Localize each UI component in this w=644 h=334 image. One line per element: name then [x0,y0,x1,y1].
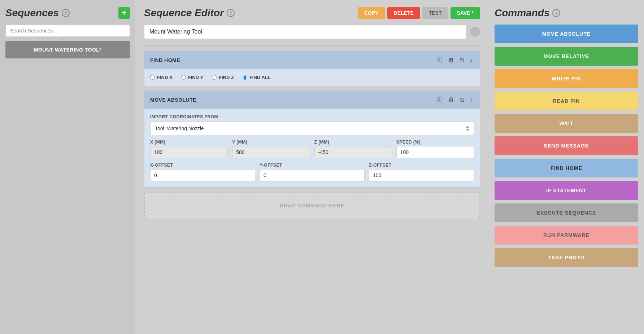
y-offset-label: Y-OFFSET [260,163,365,168]
commands-panel: Commands ? MOVE ABSOLUTE MOVE RELATIVE W… [489,0,644,334]
radio-find-y[interactable]: FIND Y [181,75,203,80]
save-button[interactable]: SAVE * [451,7,480,19]
move-absolute-card-title: MOVE ABSOLUTE [150,97,196,103]
z-input[interactable] [314,146,392,158]
test-button[interactable]: TEST [422,7,448,19]
delete-button[interactable]: DELETE [387,7,420,19]
move-absolute-card-body: IMPORT COORDINATES FROM Tool: Watering N… [144,109,480,187]
x-input[interactable] [150,146,228,158]
trash-icon: 🗑 [448,57,454,63]
cmd-wait-button[interactable]: WAIT [495,114,638,133]
find-home-card-title: FIND HOME [150,57,180,63]
cmd-write-pin-button[interactable]: WRITE PIN [495,69,638,88]
coords-grid: X (MM) Y (MM) Z (MM) SPEED (%) [150,140,474,158]
help-icon: ⓘ [437,96,443,104]
z-offset-input[interactable] [369,169,474,181]
cmd-run-farmware-button[interactable]: RUN FARMWARE [495,226,638,245]
x-coord-group: X (MM) [150,140,228,158]
offset-grid: X-OFFSET Y-OFFSET Z-OFFSET [150,163,474,181]
cmd-execute-sequence-button[interactable]: EXECUTE SEQUENCE [495,203,638,222]
x-offset-label: X-OFFSET [150,163,255,168]
y-offset-input[interactable] [260,169,365,181]
move-absolute-card-actions: ⓘ 🗑 ⧉ ↕ [435,95,474,104]
x-label: X (MM) [150,140,228,145]
move-absolute-copy-button[interactable]: ⧉ [458,96,465,104]
editor-help-icon[interactable]: ? [227,9,235,17]
find-home-card: FIND HOME ⓘ 🗑 ⧉ ↕ FIND X [144,51,480,86]
z-coord-group: Z (MM) [314,140,392,158]
move-absolute-delete-button[interactable]: 🗑 [447,96,456,104]
move-icon: ↕ [470,97,473,103]
commands-title: Commands [495,7,549,19]
radio-find-all[interactable]: FIND ALL [243,75,271,80]
sequence-name-input[interactable] [144,25,466,39]
move-absolute-move-button[interactable]: ↕ [468,96,474,104]
editor-title: Sequence Editor ? [144,7,235,19]
editor-header: Sequence Editor ? COPY DELETE TEST SAVE … [144,7,480,19]
move-absolute-card-header: MOVE ABSOLUTE ⓘ 🗑 ⧉ ↕ [144,91,480,109]
sidebar-title: Sequences [5,7,59,19]
speed-input[interactable] [396,146,474,158]
drag-zone[interactable]: DRAG COMMAND HERE [144,192,480,219]
move-absolute-help-button[interactable]: ⓘ [435,95,444,104]
cmd-take-photo-button[interactable]: TAKE PHOTO [495,248,638,267]
find-home-radio-group: FIND X FIND Y FIND Z FIND ALL [150,75,474,80]
z-label: Z (MM) [314,140,392,145]
sequence-name-row [144,25,480,39]
x-offset-input[interactable] [150,169,255,181]
commands-header: Commands ? [495,7,638,19]
find-home-delete-button[interactable]: 🗑 [447,56,456,64]
z-offset-label: Z-OFFSET [369,163,474,168]
move-absolute-card: MOVE ABSOLUTE ⓘ 🗑 ⧉ ↕ IMPORT COORDINATES… [144,91,480,188]
cmd-read-pin-button[interactable]: READ PIN [495,92,638,110]
find-home-move-button[interactable]: ↕ [468,56,474,64]
color-picker[interactable] [470,27,480,37]
speed-coord-group: SPEED (%) [396,140,474,158]
cmd-send-message-button[interactable]: SEND MESSAGE [495,136,638,155]
import-label: IMPORT COORDINATES FROM [150,114,474,119]
sidebar: Sequences ? + MOUNT WATERING TOOL* [0,0,135,334]
editor-actions: COPY DELETE TEST SAVE * [358,7,480,19]
copy-icon: ⧉ [460,97,464,103]
drag-zone-text: DRAG COMMAND HERE [280,203,345,208]
sidebar-item-mount-watering-tool[interactable]: MOUNT WATERING TOOL* [5,41,130,58]
cmd-move-relative-button[interactable]: MOVE RELATIVE [495,47,638,66]
z-offset-group: Z-OFFSET [369,163,474,181]
find-home-card-header: FIND HOME ⓘ 🗑 ⧉ ↕ [144,51,480,69]
copy-button[interactable]: COPY [358,7,385,19]
radio-find-z[interactable]: FIND Z [212,75,234,80]
find-home-help-button[interactable]: ⓘ [435,56,444,65]
add-sequence-button[interactable]: + [118,7,130,19]
y-label: Y (MM) [232,140,310,145]
trash-icon: 🗑 [448,97,454,103]
y-offset-group: Y-OFFSET [260,163,365,181]
y-input[interactable] [232,146,310,158]
copy-icon: ⧉ [460,57,464,63]
cmd-move-absolute-button[interactable]: MOVE ABSOLUTE [495,25,638,43]
find-home-card-body: FIND X FIND Y FIND Z FIND ALL [144,69,480,86]
import-select[interactable]: Tool: Watering Nozzle [150,122,474,135]
y-coord-group: Y (MM) [232,140,310,158]
sidebar-header: Sequences ? + [5,7,130,19]
x-offset-group: X-OFFSET [150,163,255,181]
help-icon: ⓘ [437,56,443,64]
cmd-find-home-button[interactable]: FIND HOME [495,159,638,177]
cmd-if-statement-button[interactable]: IF STATEMENT [495,181,638,200]
radio-find-x[interactable]: FIND X [150,75,173,80]
find-home-card-actions: ⓘ 🗑 ⧉ ↕ [435,56,474,65]
find-home-copy-button[interactable]: ⧉ [458,56,465,64]
speed-label: SPEED (%) [396,140,474,145]
sidebar-help-icon[interactable]: ? [62,9,70,17]
divider [144,45,480,46]
move-icon: ↕ [470,57,473,63]
main-editor: Sequence Editor ? COPY DELETE TEST SAVE … [135,0,489,334]
commands-help-icon[interactable]: ? [552,9,560,17]
search-input[interactable] [5,25,130,37]
